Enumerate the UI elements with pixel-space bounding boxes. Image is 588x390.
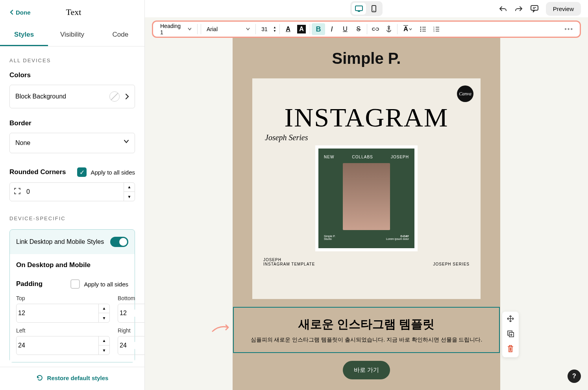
- step-down[interactable]: ▼: [99, 345, 109, 355]
- padding-top-field[interactable]: [17, 310, 98, 317]
- arrow-indicator-icon: [212, 323, 231, 333]
- pf-right: JOSEPH SERIES: [433, 262, 470, 266]
- italic-button[interactable]: I: [325, 23, 338, 35]
- chevron-down-icon: [246, 28, 250, 31]
- anchor-button[interactable]: [382, 23, 396, 35]
- text-block-heading[interactable]: 새로운 인스타그램 템플릿: [246, 316, 487, 332]
- rounded-corners-input[interactable]: ▲ ▼: [9, 182, 135, 201]
- step-down[interactable]: ▼: [272, 29, 278, 33]
- font-size-field[interactable]: [257, 26, 272, 32]
- step-up[interactable]: ▲: [99, 336, 109, 345]
- padding-right-label: Right: [118, 327, 144, 334]
- font-size-input[interactable]: ▲▼: [257, 26, 278, 33]
- done-label: Done: [16, 9, 31, 16]
- svg-rect-3: [531, 6, 538, 10]
- rounded-corners-label: Rounded Corners: [9, 168, 66, 176]
- padding-top-input[interactable]: ▲▼: [16, 304, 110, 323]
- link-styles-toggle[interactable]: [110, 237, 128, 247]
- cta-button[interactable]: 바로 가기: [343, 361, 390, 379]
- chevron-left-icon: [9, 9, 13, 15]
- font-select[interactable]: Arial: [203, 26, 254, 32]
- all-devices-label: ALL DEVICES: [9, 58, 135, 63]
- link-button[interactable]: [369, 23, 382, 35]
- gc-br2: Lorem ipsum dolor: [386, 238, 409, 240]
- step-up[interactable]: ▲: [99, 304, 109, 313]
- chevron-down-icon: [409, 28, 412, 30]
- align-button[interactable]: A: [399, 23, 416, 35]
- chevron-down-icon: [124, 139, 129, 143]
- tab-styles[interactable]: Styles: [0, 24, 48, 46]
- instagram-title: INSTAGRAM: [261, 102, 472, 133]
- move-icon: [507, 315, 514, 323]
- poster-footer: JOSEPHINSTAGRAM TEMPLATE JOSEPH SERIES: [261, 258, 472, 266]
- desktop-view-button[interactable]: [352, 3, 366, 15]
- green-card: NEW COLLABS JOSEPH Simple P.Studio D-DAY…: [315, 145, 418, 251]
- step-up[interactable]: ▲: [272, 26, 278, 29]
- undo-icon[interactable]: [499, 5, 507, 12]
- pf-left1: JOSEPH: [263, 258, 281, 262]
- padding-left-field[interactable]: [17, 342, 98, 349]
- color-swatch-none: [109, 91, 120, 102]
- svg-point-7: [420, 31, 421, 32]
- numbered-list-button[interactable]: 123: [430, 23, 443, 35]
- block-background-row[interactable]: Block Background: [9, 85, 135, 108]
- toolbar-more-button[interactable]: •••: [561, 26, 577, 33]
- done-button[interactable]: Done: [9, 9, 31, 16]
- text-block-sub[interactable]: 심플피의 새로운 인스타그램 템플릿이 출시되었습니다. 지금 바로 확인하시면…: [246, 336, 487, 344]
- svg-point-5: [420, 27, 421, 28]
- link-styles-box: Link Desktop and Mobile Styles On Deskto…: [9, 229, 135, 362]
- apply-all-sides-label: Apply to all sides: [91, 169, 135, 176]
- svg-point-4: [388, 26, 390, 28]
- device-title: On Desktop and Mobile: [16, 261, 128, 269]
- text-color-button[interactable]: A: [281, 23, 295, 35]
- tab-visibility[interactable]: Visibility: [48, 24, 96, 46]
- padding-left-label: Left: [16, 327, 110, 334]
- device-switcher: [350, 1, 383, 16]
- selected-text-block[interactable]: 새로운 인스타그램 템플릿 심플피의 새로운 인스타그램 템플릿이 출시되었습니…: [233, 307, 500, 353]
- duplicate-icon: [507, 330, 514, 338]
- padding-left-input[interactable]: ▲▼: [16, 336, 110, 355]
- padding-bottom-field[interactable]: [118, 310, 144, 317]
- move-button[interactable]: [507, 315, 514, 324]
- spinner: ▲ ▼: [124, 182, 135, 201]
- strikethrough-button[interactable]: S: [352, 23, 365, 35]
- step-up[interactable]: ▲: [124, 182, 135, 192]
- duplicate-button[interactable]: [507, 330, 514, 339]
- delete-button[interactable]: [507, 345, 514, 354]
- redo-icon[interactable]: [514, 5, 523, 12]
- preview-button[interactable]: Preview: [546, 2, 581, 16]
- comment-icon[interactable]: [530, 5, 539, 13]
- page-preview: Simple P. Canva INSTAGRAM Joseph Series …: [233, 38, 500, 390]
- restore-default-button[interactable]: Restore default styles: [36, 374, 109, 381]
- brand-title: Simple P.: [332, 50, 401, 67]
- step-down[interactable]: ▼: [124, 192, 135, 201]
- border-select[interactable]: None: [9, 133, 135, 153]
- text-toolbar: Heading 1 Arial ▲▼ A A B I U S A: [152, 20, 581, 38]
- padding-label: Padding: [16, 280, 43, 288]
- padding-right-field[interactable]: [118, 342, 144, 349]
- border-value: None: [15, 139, 30, 147]
- padding-apply-all-checkbox[interactable]: [70, 279, 80, 289]
- top-right-actions: Preview: [499, 2, 581, 16]
- mobile-view-button[interactable]: [367, 3, 381, 15]
- step-down[interactable]: ▼: [99, 313, 109, 323]
- padding-bottom-input[interactable]: ▲▼: [118, 304, 144, 323]
- highlight-button[interactable]: A: [295, 23, 308, 35]
- tab-code[interactable]: Code: [96, 24, 144, 46]
- block-background-label: Block Background: [15, 93, 66, 100]
- underline-button[interactable]: U: [338, 23, 352, 35]
- sidebar-title: Text: [66, 7, 81, 17]
- desktop-icon: [355, 5, 363, 12]
- chevron-right-icon: [125, 93, 129, 100]
- font-value: Arial: [207, 26, 218, 32]
- bold-button[interactable]: B: [312, 23, 325, 35]
- apply-all-sides-checkbox[interactable]: ✓: [77, 167, 87, 177]
- help-button[interactable]: ?: [568, 370, 581, 383]
- canvas[interactable]: Simple P. Canva INSTAGRAM Joseph Series …: [145, 38, 588, 390]
- heading-select[interactable]: Heading 1: [156, 23, 196, 35]
- poster: Canva INSTAGRAM Joseph Series NEW COLLAB…: [252, 78, 481, 299]
- padding-right-input[interactable]: ▲▼: [118, 336, 144, 355]
- rounded-value-field[interactable]: [25, 188, 124, 195]
- panel-body: ALL DEVICES Colors Block Background Bord…: [0, 46, 144, 367]
- bullet-list-button[interactable]: [416, 23, 430, 35]
